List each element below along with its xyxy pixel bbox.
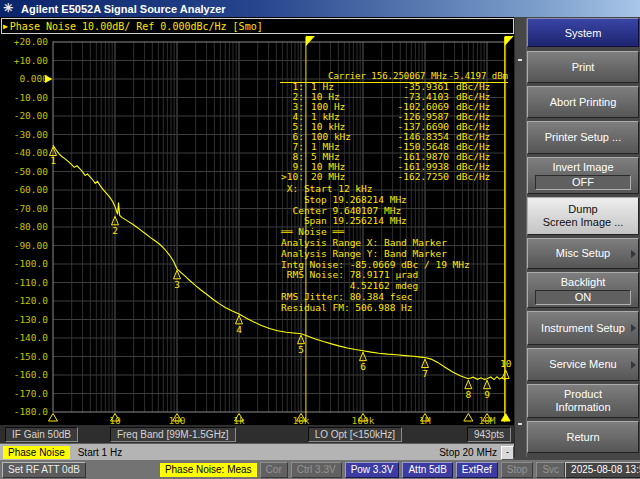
scroll-mark-bottom [518,423,522,425]
svg-text:-120.0: -120.0 [14,295,49,306]
svg-text:-140.0: -140.0 [14,332,49,343]
svg-text:10k: 10k [292,415,309,425]
svg-text:0.000: 0.000 [19,73,48,84]
svg-text:+20.00: +20.00 [14,36,49,47]
status-item-cor: Cor [260,462,288,478]
svg-text:1: 1 [50,155,56,166]
svg-text:3: 3 [174,279,180,290]
softkey-panel: System PrintAbort PrintingPrinter Setup … [514,17,640,460]
points-field: 943pts [467,427,511,442]
softkey-label: Dump [568,203,597,216]
phase-noise-chart: +20.00+10.000.000-10.00-20.00-30.00-40.0… [0,34,514,425]
submenu-arrow-icon [631,324,636,332]
status-item-set-rf-att-0db: Set RF ATT 0dB [2,462,86,478]
svg-text:7: 7 [422,368,428,379]
softkey-label: Misc Setup [556,247,610,260]
noise-block-line: Analysis Range Y: Band Marker [281,249,470,260]
softkey-label: Service Menu [549,358,616,371]
softkey-label: Information [555,401,610,414]
printer-setup-button[interactable]: Printer Setup ... [527,121,639,154]
trace-name-chip[interactable]: Phase Noise [3,446,70,459]
softkey-label: Print [572,61,595,74]
marker-table-row: >10:20 MHz-162.7250dBc/Hz [280,172,510,182]
return-button[interactable]: Return [527,421,639,453]
softkey-label: Product [564,388,602,401]
trace-info-bar[interactable]: ▶ Phase Noise 10.00dB/ Ref 0.000dBc/Hz [… [1,18,514,34]
svg-text:2: 2 [112,225,118,236]
if-gain-field: IF Gain 50dB [5,427,78,442]
svg-text:100k: 100k [352,415,375,425]
backlight-state: ON [535,290,632,305]
svg-text:-60.00: -60.00 [14,184,49,195]
softkey-label: Printer Setup ... [545,131,621,144]
svg-text:-90.00: -90.00 [14,240,49,251]
status-item-2025-08-08-13-58: 2025-08-08 13:58 [565,462,640,478]
svg-text:-20.00: -20.00 [14,110,49,121]
svg-text:-130.0: -130.0 [14,314,49,325]
status-item-svc: Svc [536,462,565,478]
svg-text:-10.00: -10.00 [14,92,49,103]
invert-image-button[interactable]: Invert ImageOFF [527,157,639,194]
product-information-button[interactable]: ProductInformation [527,384,639,418]
sweep-stop-label: Stop 20 MHz [439,447,497,458]
svg-text:-180.0: -180.0 [14,406,49,417]
scroll-mark-top [518,59,522,61]
print-button[interactable]: Print [527,51,639,83]
softkey-label: Instrument Setup [541,322,625,335]
svg-text:-110.0: -110.0 [14,277,49,288]
submenu-arrow-icon [631,250,636,258]
sweep-start-label: Start 1 Hz [78,447,122,458]
backlight-button[interactable]: BacklightON [527,272,639,308]
svg-text:5: 5 [298,344,304,355]
svg-text:-100.0: -100.0 [14,258,49,269]
svg-text:-150.0: -150.0 [14,351,49,362]
svg-text:-30.00: -30.00 [14,129,49,140]
instrument-setup-button[interactable]: Instrument Setup [527,311,639,345]
svg-text:8: 8 [465,389,471,400]
svg-text:9: 9 [484,389,490,400]
svg-text:+10.00: +10.00 [14,55,49,66]
svg-text:10: 10 [500,358,512,369]
svg-text:-170.0: -170.0 [14,388,49,399]
submenu-arrow-icon [631,361,636,369]
softkey-label: Screen Image ... [543,216,624,229]
softkey-label: Abort Printing [550,96,617,109]
svg-text:100: 100 [168,415,185,425]
svg-text:-70.00: -70.00 [14,203,49,214]
lo-opt-field: LO Opt [<150kHz] [308,427,402,442]
noise-block-line: Stop 19.268214 MHz [281,195,470,206]
dump-screen-image-button[interactable]: DumpScreen Image ... [527,197,639,235]
status-item-pow-3-3v: Pow 3.3V [345,462,400,478]
softkey-menu-header: System [527,18,639,47]
title-bar: ✳ Agilent E5052A Signal Source Analyzer [0,0,640,17]
softkey-label: Backlight [561,276,606,289]
marker-table: 1:1 Hz-35.9361dBc/Hz2:10 Hz-73.4103dBc/H… [280,82,510,182]
window-title: Agilent E5052A Signal Source Analyzer [21,3,226,15]
measurement-info-bar: IF Gain 50dB Freq Band [99M-1.5GHz] LO O… [0,425,516,443]
svg-text:-160.0: -160.0 [14,369,49,380]
service-menu-button[interactable]: Service Menu [527,348,639,381]
agilent-logo-icon: ✳ [3,2,17,15]
abort-printing-button[interactable]: Abort Printing [527,86,639,118]
freq-band-field: Freq Band [99M-1.5GHz] [110,427,236,442]
active-trace-icon: ▶ [3,22,8,31]
e5052a-screen: ✳ Agilent E5052A Signal Source Analyzer … [0,0,640,479]
collapse-button[interactable]: - [501,446,514,460]
invert-image-state: OFF [535,175,632,190]
svg-text:4: 4 [236,324,242,335]
softkey-scroll-strip[interactable] [514,19,527,457]
sweep-range-bar: Phase Noise Start 1 Hz Stop 20 MHz - [0,443,516,461]
svg-text:-40.00: -40.00 [14,147,49,158]
status-bar: Set RF ATT 0dBPhase Noise: MeasCorCtrl 3… [0,460,640,479]
svg-text:6: 6 [360,361,366,372]
softkey-label: Invert Image [552,161,613,174]
status-item-attn-5db: Attn 5dB [402,462,452,478]
status-item-phase-noise-meas: Phase Noise: Meas [160,463,257,477]
misc-setup-button[interactable]: Misc Setup [527,238,639,269]
status-item-ctrl-3-3v: Ctrl 3.3V [291,462,342,478]
svg-text:10M: 10M [478,415,495,425]
svg-text:-50.00: -50.00 [14,166,49,177]
status-item-stop: Stop [501,462,534,478]
status-item-extref: ExtRef [456,462,498,478]
trace-info-label: Phase Noise 10.00dB/ Ref 0.000dBc/Hz [Sm… [10,21,263,32]
